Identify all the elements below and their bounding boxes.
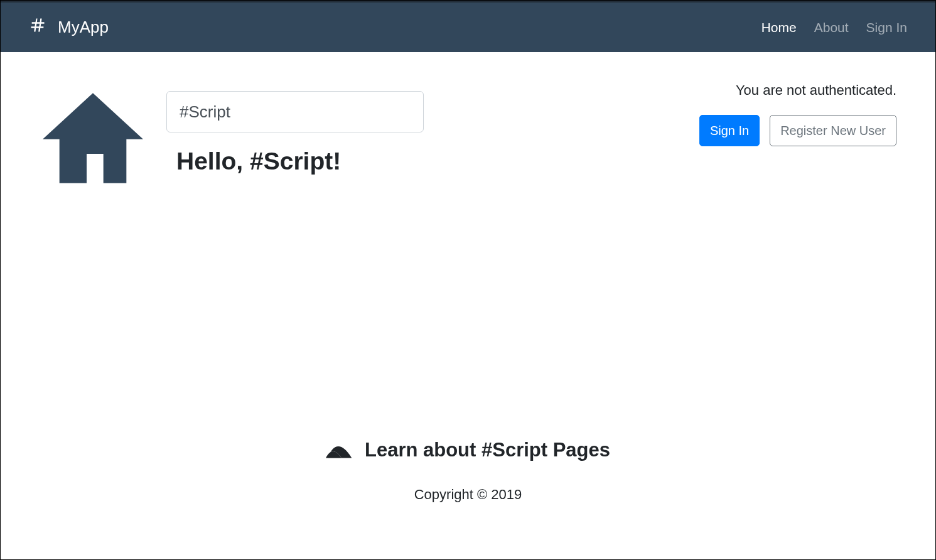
register-button[interactable]: Register New User (770, 115, 896, 146)
auth-status: You are not authenticated. (736, 82, 896, 99)
brand-text: MyApp (58, 18, 109, 37)
learn-text: Learn about #Script Pages (365, 439, 610, 461)
nav-links: Home About Sign In (761, 20, 907, 35)
hash-icon (29, 16, 46, 38)
home-icon (40, 91, 146, 188)
greeting-text: Hello, #Script! (176, 148, 699, 175)
brand[interactable]: MyApp (29, 16, 109, 38)
nav-link-signin[interactable]: Sign In (866, 20, 907, 35)
name-input[interactable] (166, 91, 424, 132)
navbar: MyApp Home About Sign In (1, 1, 935, 52)
auth-buttons: Sign In Register New User (699, 115, 896, 146)
copyright: Copyright © 2019 (1, 487, 935, 503)
form-column: Hello, #Script! (166, 91, 699, 175)
learn-link[interactable]: Learn about #Script Pages (326, 435, 610, 465)
nav-link-home[interactable]: Home (761, 20, 797, 35)
signin-button[interactable]: Sign In (699, 115, 760, 146)
auth-column: You are not authenticated. Sign In Regis… (699, 82, 896, 146)
main-content: Hello, #Script! You are not authenticate… (1, 52, 935, 188)
servicestack-icon (326, 435, 353, 465)
footer: Learn about #Script Pages Copyright © 20… (1, 435, 935, 503)
nav-link-about[interactable]: About (814, 20, 849, 35)
